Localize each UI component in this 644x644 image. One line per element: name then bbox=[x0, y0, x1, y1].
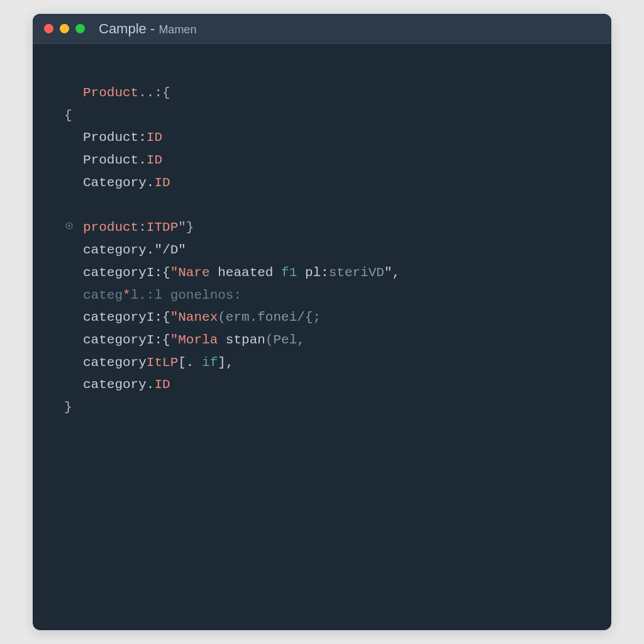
code-token: l.:l gonelnos: bbox=[131, 288, 242, 303]
code-token: ItLP bbox=[147, 355, 178, 370]
code-blank-line bbox=[64, 194, 586, 216]
code-line: Product.ID bbox=[64, 149, 586, 172]
code-token: ID bbox=[147, 130, 162, 145]
title-sub: Mamen bbox=[158, 23, 196, 36]
code-line: categoryI:{"Nanex(erm.fonei/{; bbox=[64, 306, 586, 329]
code-token: "/D" bbox=[154, 243, 186, 257]
traffic-lights bbox=[44, 24, 85, 33]
editor-window: Cample - Mamen Product..:{ { Product:ID … bbox=[33, 14, 611, 630]
code-token: category bbox=[83, 355, 147, 370]
code-line: category.ID bbox=[64, 374, 586, 396]
code-token: Category. bbox=[83, 175, 154, 190]
title-main: Cample bbox=[99, 21, 147, 36]
code-token: categoryI:{ bbox=[83, 333, 170, 347]
code-token: "Nare bbox=[170, 265, 210, 280]
code-token: product bbox=[83, 221, 138, 235]
code-token: ITDP bbox=[147, 221, 178, 235]
code-line: Category.ID bbox=[64, 172, 586, 194]
title-sep: - bbox=[147, 21, 159, 36]
code-line: categoryI:{"Morla stpan(Pel, bbox=[64, 329, 586, 352]
code-line: } bbox=[64, 396, 586, 419]
code-token: } bbox=[64, 400, 72, 414]
code-line: categoryItLP[. if], bbox=[64, 352, 586, 374]
code-token: steriVD bbox=[329, 265, 384, 280]
code-token: ", bbox=[384, 265, 400, 280]
code-token: ], bbox=[218, 355, 233, 370]
code-token: categoryI:{ bbox=[83, 265, 170, 280]
code-line: Product:ID bbox=[64, 126, 586, 149]
code-token: heaated bbox=[210, 265, 281, 280]
close-icon[interactable] bbox=[44, 24, 53, 33]
gutter-icon[interactable] bbox=[64, 216, 77, 239]
maximize-icon[interactable] bbox=[75, 24, 85, 33]
code-token: category. bbox=[83, 243, 154, 257]
code-token: Product: bbox=[83, 130, 147, 145]
code-token: pl: bbox=[297, 265, 328, 280]
code-token: ID bbox=[154, 175, 170, 190]
minimize-icon[interactable] bbox=[60, 24, 69, 33]
titlebar[interactable]: Cample - Mamen bbox=[33, 14, 611, 44]
code-token: category. bbox=[83, 377, 154, 392]
code-token: if bbox=[202, 355, 218, 370]
code-token: Product. bbox=[83, 153, 147, 167]
code-token: f1 bbox=[281, 265, 297, 280]
code-token: Product bbox=[83, 86, 138, 100]
code-token: "Morla bbox=[170, 333, 218, 347]
code-token: (erm.fonei/{; bbox=[218, 310, 321, 325]
code-token: categ bbox=[83, 288, 123, 303]
code-line: Product..:{ bbox=[64, 82, 586, 104]
code-token: * bbox=[123, 288, 131, 303]
code-token: ID bbox=[147, 153, 162, 167]
code-line: category."/D" bbox=[64, 239, 586, 262]
code-token: [. bbox=[178, 355, 202, 370]
code-token: ..:{ bbox=[138, 86, 170, 100]
code-token: "Nanex bbox=[170, 310, 218, 325]
code-token: : bbox=[138, 221, 147, 235]
code-token: ID bbox=[154, 377, 170, 392]
code-line: product:ITDP"} bbox=[64, 216, 586, 239]
code-line: categoryI:{"Nare heaated f1 pl:steriVD", bbox=[64, 262, 586, 284]
code-token: (Pel, bbox=[265, 333, 305, 347]
code-editor[interactable]: Product..:{ { Product:ID Product.ID Cate… bbox=[33, 44, 611, 438]
code-token: { bbox=[64, 108, 72, 123]
code-token: stpan bbox=[218, 333, 265, 347]
code-token: "} bbox=[178, 221, 194, 235]
window-title: Cample - Mamen bbox=[99, 21, 196, 37]
code-token: categoryI:{ bbox=[83, 310, 170, 325]
code-line: { bbox=[64, 104, 586, 127]
code-line: categ*l.:l gonelnos: bbox=[64, 284, 586, 307]
svg-point-1 bbox=[68, 225, 70, 227]
